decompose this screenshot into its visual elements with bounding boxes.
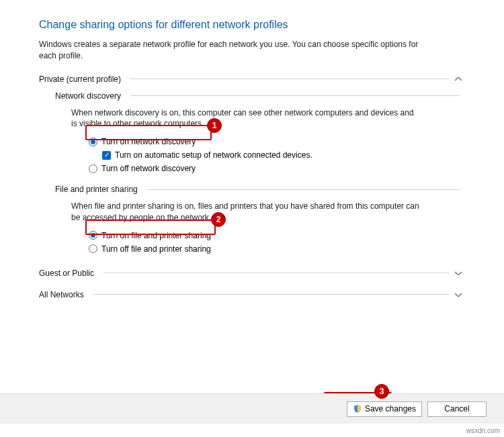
radio-label: Turn on network discovery — [101, 137, 196, 146]
radio-turn-on-discovery[interactable]: Turn on network discovery — [87, 135, 464, 148]
radio-turn-off-file-sharing[interactable]: Turn off file and printer sharing — [87, 242, 464, 256]
radio-icon — [89, 138, 97, 146]
page-title: Change sharing options for different net… — [39, 19, 464, 31]
save-button-label: Save changes — [365, 404, 416, 414]
section-all-label: All Networks — [39, 290, 84, 299]
divider — [93, 294, 449, 295]
file-printer-heading: File and printer sharing — [55, 185, 464, 194]
bottom-bar: Save changes Cancel — [0, 393, 504, 424]
page-description: Windows creates a separate network profi… — [39, 39, 435, 62]
shield-icon — [353, 404, 362, 414]
radio-turn-off-discovery[interactable]: Turn off network discovery — [87, 162, 464, 175]
radio-label: Turn off file and printer sharing — [101, 244, 211, 254]
checkbox-label: Turn on automatic setup of network conne… — [115, 150, 312, 160]
file-printer-desc: When file and printer sharing is on, fil… — [71, 201, 421, 224]
save-changes-button[interactable]: Save changes — [347, 401, 422, 417]
divider — [130, 79, 449, 79]
cancel-button[interactable]: Cancel — [427, 401, 487, 417]
network-discovery-heading: Network discovery — [55, 91, 464, 101]
radio-turn-on-file-sharing[interactable]: Turn on file and printer sharing — [87, 229, 464, 242]
section-private[interactable]: Private (current profile) — [39, 74, 464, 85]
radio-label: Turn on file and printer sharing — [101, 231, 211, 240]
radio-icon — [89, 231, 97, 240]
annotation-badge: 3 — [374, 384, 389, 399]
section-guest-public[interactable]: Guest or Public — [39, 268, 464, 279]
chevron-down-icon — [453, 289, 464, 300]
annotation-badge: 2 — [211, 212, 226, 227]
cancel-button-label: Cancel — [444, 404, 469, 414]
checkbox-icon: ✓ — [102, 151, 111, 160]
radio-icon — [89, 164, 97, 173]
radio-icon — [89, 244, 97, 253]
divider — [147, 189, 460, 190]
network-discovery-desc: When network discovery is on, this compu… — [71, 107, 421, 130]
divider — [130, 95, 460, 96]
section-guest-label: Guest or Public — [39, 269, 94, 278]
annotation-badge: 1 — [207, 118, 222, 133]
section-private-label: Private (current profile) — [39, 75, 121, 84]
checkbox-auto-setup[interactable]: ✓ Turn on automatic setup of network con… — [101, 148, 464, 162]
section-all-networks[interactable]: All Networks — [39, 289, 464, 300]
chevron-down-icon — [453, 268, 464, 279]
chevron-up-icon — [453, 74, 464, 85]
radio-label: Turn off network discovery — [101, 164, 196, 173]
watermark: wsxdn.com — [466, 427, 500, 434]
divider — [103, 273, 449, 273]
